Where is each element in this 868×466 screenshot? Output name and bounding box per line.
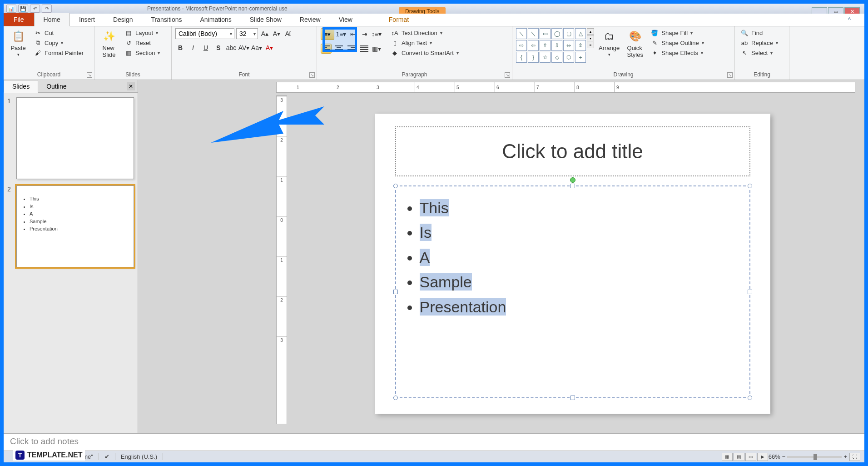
section-button[interactable]: ▥Section bbox=[123, 48, 162, 57]
zoom-out-button[interactable]: − bbox=[782, 453, 786, 460]
zoom-in-button[interactable]: + bbox=[843, 453, 847, 460]
shape-hex[interactable]: ⬡ bbox=[563, 52, 574, 63]
drawing-launcher[interactable]: ↘ bbox=[727, 72, 733, 78]
font-name-combo[interactable]: Calibri (Body) bbox=[175, 28, 234, 39]
qat-save-button[interactable]: 💾 bbox=[18, 5, 28, 13]
tab-review[interactable]: Review bbox=[291, 13, 330, 26]
outline-tab[interactable]: Outline bbox=[38, 80, 74, 92]
qat-ppt-icon[interactable]: 📊 bbox=[6, 5, 16, 13]
align-left-button[interactable] bbox=[321, 44, 332, 54]
status-spellcheck-icon[interactable]: ✔ bbox=[99, 453, 115, 460]
shape-brace[interactable]: { bbox=[516, 52, 527, 63]
slideshow-view-button[interactable]: ▶ bbox=[757, 453, 768, 461]
bullets-button[interactable]: ≡▾ bbox=[321, 28, 334, 40]
find-button[interactable]: 🔍Find bbox=[739, 28, 780, 37]
align-center-button[interactable] bbox=[333, 44, 344, 54]
layout-button[interactable]: ▤Layout bbox=[123, 28, 162, 37]
clipboard-launcher[interactable]: ↘ bbox=[87, 72, 92, 78]
slide-thumbnail-1[interactable] bbox=[16, 97, 134, 179]
clear-formatting-button[interactable]: A⃠ bbox=[283, 29, 293, 39]
fit-window-button[interactable]: ⛶ bbox=[849, 453, 860, 461]
tab-home[interactable]: Home bbox=[34, 13, 70, 26]
shape-outline-button[interactable]: ✎Shape Outline bbox=[649, 38, 705, 47]
strikethrough-button[interactable]: abc bbox=[226, 43, 236, 53]
copy-button[interactable]: ⧉Copy bbox=[32, 38, 85, 47]
rotate-handle[interactable] bbox=[570, 177, 575, 183]
convert-smartart-button[interactable]: ◆Convert to SmartArt bbox=[389, 48, 461, 57]
zoom-thumb[interactable] bbox=[813, 454, 817, 460]
shadow-button[interactable]: S bbox=[213, 43, 223, 53]
shape-fill-button[interactable]: 🪣Shape Fill bbox=[649, 28, 705, 37]
slides-tab[interactable]: Slides bbox=[4, 80, 38, 93]
zoom-slider[interactable] bbox=[787, 456, 842, 458]
shape-callout[interactable]: ◇ bbox=[551, 52, 562, 63]
increase-indent-button[interactable]: ⇥ bbox=[360, 29, 370, 39]
handle-bl[interactable] bbox=[393, 396, 398, 400]
handle-tl[interactable] bbox=[393, 184, 398, 188]
tab-insert[interactable]: Insert bbox=[70, 13, 104, 26]
handle-tr[interactable] bbox=[748, 184, 752, 188]
shape-arrow-ud[interactable]: ⇕ bbox=[575, 40, 586, 51]
font-size-combo[interactable]: 32 bbox=[236, 28, 258, 39]
ribbon-minimize-icon[interactable]: ^ bbox=[848, 16, 851, 23]
change-case-button[interactable]: Aa▾ bbox=[252, 43, 262, 53]
numbering-button[interactable]: 1≡▾ bbox=[336, 29, 346, 39]
handle-tm[interactable] bbox=[570, 184, 575, 188]
shape-oval[interactable]: ◯ bbox=[551, 28, 562, 39]
paste-button[interactable]: 📋 Paste ▾ bbox=[7, 28, 29, 58]
decrease-indent-button[interactable]: ⇤ bbox=[348, 29, 358, 39]
replace-button[interactable]: abReplace bbox=[739, 38, 780, 47]
arrange-button[interactable]: 🗂 Arrange▾ bbox=[597, 28, 621, 58]
horizontal-ruler[interactable]: 123456789 bbox=[276, 82, 855, 93]
italic-button[interactable]: I bbox=[188, 43, 198, 53]
new-slide-button[interactable]: ✨ New Slide bbox=[98, 28, 120, 59]
tab-format[interactable]: Format bbox=[380, 13, 418, 26]
underline-button[interactable]: U bbox=[201, 43, 211, 53]
qat-redo-button[interactable]: ↷ bbox=[42, 5, 52, 13]
format-painter-button[interactable]: 🖌Format Painter bbox=[32, 48, 85, 57]
shapes-scroll-down[interactable]: ▾ bbox=[587, 35, 594, 41]
slide[interactable]: Click to add title bbox=[375, 114, 770, 414]
reading-view-button[interactable]: ▭ bbox=[745, 453, 756, 461]
handle-ml[interactable] bbox=[393, 290, 398, 294]
title-placeholder[interactable]: Click to add title bbox=[395, 126, 750, 176]
side-panel-close[interactable]: ✕ bbox=[127, 82, 135, 90]
notes-pane[interactable]: Click to add notes bbox=[4, 433, 864, 451]
tab-design[interactable]: Design bbox=[104, 13, 142, 26]
status-language[interactable]: English (U.S.) bbox=[115, 453, 163, 460]
shape-arrow-d[interactable]: ⇩ bbox=[551, 40, 562, 51]
vertical-ruler[interactable]: 3210123 bbox=[276, 95, 287, 424]
handle-mr[interactable] bbox=[748, 290, 752, 294]
content-text[interactable]: This Is A Sample Presentation bbox=[396, 186, 749, 328]
shrink-font-button[interactable]: A▾ bbox=[272, 29, 282, 39]
paragraph-launcher[interactable]: ↘ bbox=[505, 72, 510, 78]
tab-file[interactable]: File bbox=[4, 13, 34, 26]
char-spacing-button[interactable]: AV▾ bbox=[239, 43, 249, 53]
content-placeholder[interactable]: This Is A Sample Presentation bbox=[395, 185, 750, 398]
select-button[interactable]: ↖Select bbox=[739, 48, 780, 57]
text-direction-button[interactable]: ↕AText Direction bbox=[389, 28, 461, 37]
qat-undo-button[interactable]: ↶ bbox=[30, 5, 40, 13]
shape-rect[interactable]: ▭ bbox=[540, 28, 551, 39]
canvas[interactable]: Click to add title bbox=[290, 95, 855, 424]
shape-triangle[interactable]: △ bbox=[575, 28, 586, 39]
shape-plus[interactable]: ＋ bbox=[575, 52, 586, 63]
shape-line2[interactable]: ＼ bbox=[528, 28, 539, 39]
tab-animations[interactable]: Animations bbox=[191, 13, 240, 26]
font-color-button[interactable]: A▾ bbox=[264, 43, 274, 53]
shapes-scroll-up[interactable]: ▴ bbox=[587, 28, 594, 35]
slide-thumbnail-2[interactable]: This Is A Sample Presentation bbox=[16, 185, 134, 267]
shape-arrow-r[interactable]: ⇨ bbox=[516, 40, 527, 51]
shape-roundrect[interactable]: ▢ bbox=[563, 28, 574, 39]
handle-bm[interactable] bbox=[570, 396, 575, 400]
shape-effects-button[interactable]: ✦Shape Effects bbox=[649, 48, 705, 57]
shape-arrow-u[interactable]: ⇧ bbox=[540, 40, 551, 51]
handle-br[interactable] bbox=[748, 396, 752, 400]
align-right-button[interactable] bbox=[346, 44, 357, 54]
cut-button[interactable]: ✂Cut bbox=[32, 28, 85, 37]
grow-font-button[interactable]: A▴ bbox=[260, 29, 270, 39]
shape-arrow-l[interactable]: ⇦ bbox=[528, 40, 539, 51]
shapes-gallery[interactable]: ＼ ＼ ▭ ◯ ▢ △ ⇨ ⇦ ⇧ ⇩ ⇔ ⇕ { } ☆ bbox=[516, 28, 586, 63]
tab-slideshow[interactable]: Slide Show bbox=[241, 13, 291, 26]
columns-button[interactable]: ▥▾ bbox=[372, 44, 382, 54]
